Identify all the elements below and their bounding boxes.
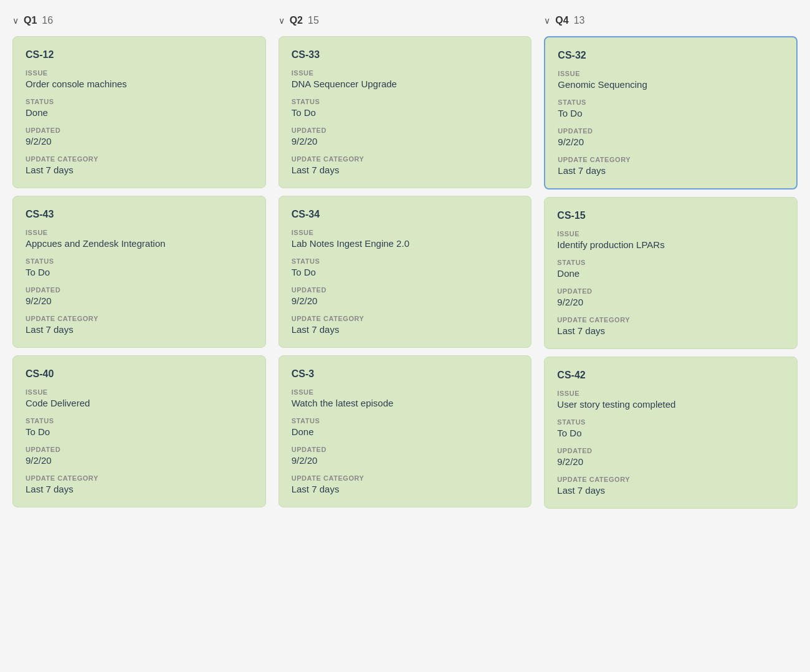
status-value: To Do bbox=[26, 267, 253, 277]
status-value: To Do bbox=[558, 108, 784, 118]
column-q4: ∨Q413CS-32ISSUEGenomic SequencingSTATUST… bbox=[544, 12, 798, 509]
updated-value: 9/2/20 bbox=[26, 455, 253, 466]
updated-value: 9/2/20 bbox=[292, 295, 519, 306]
column-count: 16 bbox=[42, 15, 53, 26]
issue-value: DNA Sequencer Upgrade bbox=[292, 79, 519, 89]
card[interactable]: CS-43ISSUEAppcues and Zendesk Integratio… bbox=[12, 196, 266, 348]
issue-value: Watch the latest episode bbox=[292, 398, 519, 408]
updated-label: UPDATED bbox=[292, 127, 519, 134]
issue-label: ISSUE bbox=[558, 70, 784, 77]
issue-value: Identify production LPARs bbox=[557, 239, 784, 250]
status-value: Done bbox=[292, 426, 519, 437]
updated-label: UPDATED bbox=[26, 446, 253, 453]
issue-label: ISSUE bbox=[557, 230, 784, 238]
card[interactable]: CS-15ISSUEIdentify production LPARsSTATU… bbox=[544, 197, 798, 349]
update-category-value: Last 7 days bbox=[292, 324, 519, 335]
issue-value: Code Delivered bbox=[26, 398, 253, 408]
updated-value: 9/2/20 bbox=[557, 456, 784, 467]
chevron-down-icon[interactable]: ∨ bbox=[279, 16, 285, 26]
updated-value: 9/2/20 bbox=[26, 136, 253, 146]
status-value: Done bbox=[26, 107, 253, 118]
card-id: CS-12 bbox=[26, 49, 253, 60]
update-category-value: Last 7 days bbox=[292, 165, 519, 175]
cards-list: CS-33ISSUEDNA Sequencer UpgradeSTATUSTo … bbox=[279, 36, 532, 507]
column-q1: ∨Q116CS-12ISSUEOrder console machinesSTA… bbox=[12, 12, 266, 509]
updated-label: UPDATED bbox=[292, 446, 519, 453]
cards-list: CS-12ISSUEOrder console machinesSTATUSDo… bbox=[12, 36, 266, 507]
update-category-label: UPDATE CATEGORY bbox=[557, 316, 784, 324]
card[interactable]: CS-40ISSUECode DeliveredSTATUSTo DoUPDAT… bbox=[12, 355, 266, 507]
issue-value: Appcues and Zendesk Integration bbox=[26, 238, 253, 249]
column-header-q4[interactable]: ∨Q413 bbox=[544, 12, 798, 29]
update-category-value: Last 7 days bbox=[558, 165, 784, 176]
update-category-label: UPDATE CATEGORY bbox=[26, 474, 253, 482]
issue-value: User story testing completed bbox=[557, 399, 784, 410]
status-label: STATUS bbox=[557, 418, 784, 426]
column-label: Q4 bbox=[555, 15, 568, 26]
update-category-label: UPDATE CATEGORY bbox=[292, 315, 519, 322]
card[interactable]: CS-32ISSUEGenomic SequencingSTATUSTo DoU… bbox=[544, 36, 798, 190]
update-category-label: UPDATE CATEGORY bbox=[26, 155, 253, 163]
issue-label: ISSUE bbox=[26, 388, 253, 396]
status-value: Done bbox=[557, 268, 784, 279]
card-id: CS-43 bbox=[26, 209, 253, 220]
status-label: STATUS bbox=[292, 98, 519, 105]
card[interactable]: CS-34ISSUELab Notes Ingest Engine 2.0STA… bbox=[279, 196, 532, 348]
status-value: To Do bbox=[26, 426, 253, 437]
issue-label: ISSUE bbox=[292, 69, 519, 77]
updated-value: 9/2/20 bbox=[292, 455, 519, 466]
update-category-value: Last 7 days bbox=[292, 484, 519, 494]
update-category-value: Last 7 days bbox=[557, 325, 784, 336]
status-label: STATUS bbox=[292, 257, 519, 265]
column-count: 13 bbox=[574, 15, 585, 26]
card[interactable]: CS-33ISSUEDNA Sequencer UpgradeSTATUSTo … bbox=[279, 36, 532, 188]
card-id: CS-3 bbox=[292, 368, 519, 380]
status-label: STATUS bbox=[292, 417, 519, 425]
updated-value: 9/2/20 bbox=[557, 297, 784, 307]
updated-value: 9/2/20 bbox=[558, 137, 784, 147]
issue-label: ISSUE bbox=[292, 229, 519, 236]
column-header-q1[interactable]: ∨Q116 bbox=[12, 12, 266, 29]
issue-value: Genomic Sequencing bbox=[558, 79, 784, 90]
update-category-label: UPDATE CATEGORY bbox=[557, 476, 784, 483]
update-category-value: Last 7 days bbox=[26, 324, 253, 335]
updated-value: 9/2/20 bbox=[26, 295, 253, 306]
issue-value: Lab Notes Ingest Engine 2.0 bbox=[292, 238, 519, 249]
status-label: STATUS bbox=[26, 417, 253, 425]
status-label: STATUS bbox=[26, 257, 253, 265]
updated-label: UPDATED bbox=[26, 286, 253, 294]
card[interactable]: CS-3ISSUEWatch the latest episodeSTATUSD… bbox=[279, 355, 532, 507]
column-label: Q1 bbox=[24, 15, 37, 26]
status-value: To Do bbox=[292, 107, 519, 118]
update-category-label: UPDATE CATEGORY bbox=[558, 156, 784, 163]
status-value: To Do bbox=[292, 267, 519, 277]
card-id: CS-42 bbox=[557, 370, 784, 381]
status-label: STATUS bbox=[557, 259, 784, 266]
updated-label: UPDATED bbox=[557, 447, 784, 454]
status-label: STATUS bbox=[558, 98, 784, 106]
card-id: CS-40 bbox=[26, 368, 253, 380]
cards-list: CS-32ISSUEGenomic SequencingSTATUSTo DoU… bbox=[544, 36, 798, 509]
card-id: CS-15 bbox=[557, 210, 784, 221]
chevron-down-icon[interactable]: ∨ bbox=[12, 16, 19, 26]
issue-label: ISSUE bbox=[26, 229, 253, 236]
card-id: CS-32 bbox=[558, 50, 784, 61]
update-category-label: UPDATE CATEGORY bbox=[292, 474, 519, 482]
issue-label: ISSUE bbox=[26, 69, 253, 77]
update-category-label: UPDATE CATEGORY bbox=[26, 315, 253, 322]
updated-label: UPDATED bbox=[558, 127, 784, 135]
card-id: CS-34 bbox=[292, 209, 519, 220]
status-value: To Do bbox=[557, 428, 784, 438]
column-label: Q2 bbox=[290, 15, 303, 26]
card[interactable]: CS-12ISSUEOrder console machinesSTATUSDo… bbox=[12, 36, 266, 188]
column-header-q2[interactable]: ∨Q215 bbox=[279, 12, 532, 29]
issue-label: ISSUE bbox=[557, 390, 784, 397]
column-count: 15 bbox=[308, 15, 319, 26]
update-category-value: Last 7 days bbox=[557, 485, 784, 496]
chevron-down-icon[interactable]: ∨ bbox=[544, 16, 550, 26]
updated-label: UPDATED bbox=[557, 287, 784, 295]
update-category-value: Last 7 days bbox=[26, 484, 253, 494]
card[interactable]: CS-42ISSUEUser story testing completedST… bbox=[544, 357, 798, 509]
column-q2: ∨Q215CS-33ISSUEDNA Sequencer UpgradeSTAT… bbox=[279, 12, 532, 509]
updated-value: 9/2/20 bbox=[292, 136, 519, 146]
